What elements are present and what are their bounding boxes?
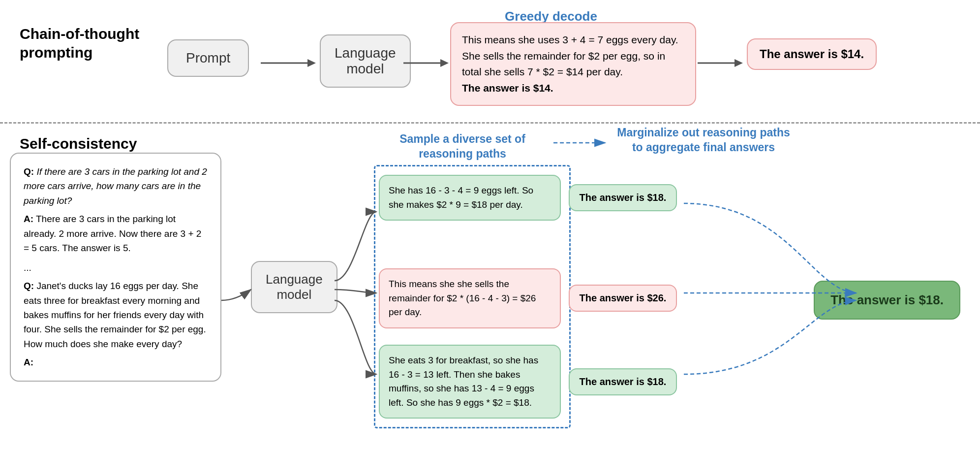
reasoning-box-2: This means she she sells the remainder f… <box>379 268 561 328</box>
arrow-model-to-output <box>403 53 453 73</box>
greedy-output-text: This means she uses 3 + 4 = 7 eggs every… <box>462 34 678 77</box>
greedy-answer-box: The answer is $14. <box>747 38 877 70</box>
prompt-box: Prompt <box>167 39 249 77</box>
q2-block: Q: Janet's ducks lay 16 eggs per day. Sh… <box>24 279 208 351</box>
cot-label: Chain-of-thought prompting <box>20 25 153 62</box>
q1-block: Q: If there are 3 cars in the parking lo… <box>24 164 208 208</box>
self-consistency-label: Self-consistency <box>20 135 137 152</box>
answer-box-3: The answer is $18. <box>569 368 677 395</box>
answer-box-2: The answer is $26. <box>569 285 677 312</box>
ellipsis: ... <box>24 260 208 275</box>
lang-model-top: Language model <box>320 34 411 88</box>
sample-label: Sample a diverse set of reasoning paths <box>374 132 551 162</box>
a2-block: A: <box>24 355 208 369</box>
greedy-output-box: This means she uses 3 + 4 = 7 eggs every… <box>450 22 696 106</box>
diagram-container: Chain-of-thought prompting Prompt Langua… <box>0 0 980 454</box>
reasoning-box-3: She eats 3 for breakfast, so she has 16 … <box>379 345 561 419</box>
prompt-box-bottom: Q: If there are 3 cars in the parking lo… <box>10 153 221 382</box>
separator <box>0 122 980 124</box>
arrow-output-to-answer <box>698 53 747 73</box>
greedy-output-bold: The answer is $14. <box>462 82 553 94</box>
svg-marker-5 <box>735 59 743 67</box>
a1-block: A: There are 3 cars in the parking lot a… <box>24 212 208 255</box>
reasoning-box-1: She has 16 - 3 - 4 = 9 eggs left. So she… <box>379 175 561 221</box>
svg-marker-3 <box>440 59 449 67</box>
arrow-prompt-to-model <box>261 53 320 73</box>
final-answer-box: The answer is $18. <box>814 281 960 320</box>
lang-model-bottom: Language model <box>251 261 337 313</box>
svg-marker-1 <box>307 59 316 67</box>
answer-box-1: The answer is $18. <box>569 184 677 211</box>
marginalize-label: Marginalize out reasoning paths to aggre… <box>600 126 807 155</box>
output-row-2: This means she she sells the remainder f… <box>379 268 677 328</box>
output-row-3: She eats 3 for breakfast, so she has 16 … <box>379 345 677 419</box>
output-row-1: She has 16 - 3 - 4 = 9 eggs left. So she… <box>379 175 677 221</box>
